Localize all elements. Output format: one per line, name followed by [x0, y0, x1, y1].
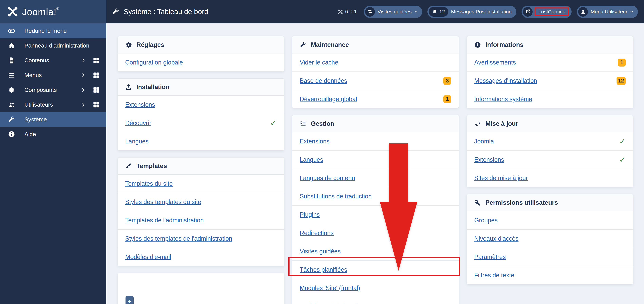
list-item: Modules 'Administration': [292, 297, 458, 304]
toggle-icon: [8, 27, 15, 35]
link-global-configuration[interactable]: Configuration globale: [125, 59, 183, 66]
link-discover[interactable]: Découvrir: [125, 120, 151, 127]
link-translation-overrides[interactable]: Substitutions de traduction: [300, 193, 372, 200]
card-title: Installation: [136, 84, 170, 91]
link-admin-templates[interactable]: Templates de l'administration: [125, 217, 204, 224]
link-database[interactable]: Base de données: [300, 77, 347, 84]
sidebar-item-label: Utilisateurs: [24, 101, 81, 108]
link-languages-install[interactable]: Langues: [125, 138, 148, 145]
user-icon: [578, 7, 588, 17]
link-text-filters[interactable]: Filtres de texte: [474, 272, 514, 279]
link-settings[interactable]: Paramètres: [474, 253, 506, 260]
link-languages-manage[interactable]: Langues: [300, 156, 323, 163]
link-update-sites[interactable]: Sites de mise à jour: [474, 174, 528, 182]
messages-count: 12: [439, 9, 445, 15]
link-joomla-update[interactable]: Joomla: [474, 138, 494, 145]
link-plugins[interactable]: Plugins: [300, 211, 320, 218]
list-item: Filtres de texte: [467, 266, 633, 284]
link-guided-tours[interactable]: Visites guidées: [300, 248, 341, 255]
guided-tours-button[interactable]: Visites guidées: [364, 6, 422, 18]
link-redirections[interactable]: Redirections: [300, 229, 334, 237]
link-warnings[interactable]: Avertissements: [474, 59, 516, 66]
count-badge: 3: [443, 77, 451, 85]
link-extensions-update[interactable]: Extensions: [474, 156, 504, 163]
link-clear-cache[interactable]: Vider le cache: [300, 59, 338, 66]
sidebar-item-home[interactable]: Panneau d'administration: [0, 38, 106, 53]
link-system-information[interactable]: Informations système: [474, 96, 532, 103]
sidebar-item-components[interactable]: Composants: [0, 83, 106, 97]
preview-site-button[interactable]: LostCantina: [522, 6, 572, 18]
card-maintenance: Maintenance Vider le cache Base de donné…: [292, 36, 459, 108]
user-menu-label: Menu Utilisateur: [590, 9, 628, 15]
puzzle-icon: [8, 86, 15, 94]
dashboard-grid-icon[interactable]: [93, 101, 100, 108]
sync-icon: [474, 120, 481, 127]
link-installation-messages[interactable]: Messages d'installation: [474, 77, 537, 84]
chevron-right-icon[interactable]: [81, 58, 86, 63]
sidebar-item-users[interactable]: Utilisateurs: [0, 97, 106, 112]
check-icon: ✓: [619, 156, 626, 164]
link-site-template-styles[interactable]: Styles des templates du site: [125, 198, 201, 206]
link-site-templates[interactable]: Templates du site: [125, 180, 173, 187]
sidebar-item-label: Panneau d'administration: [24, 42, 106, 49]
chevron-right-icon[interactable]: [81, 88, 86, 92]
brush-icon: [125, 163, 132, 169]
version-indicator: 6.0.1: [338, 9, 357, 15]
link-scheduled-tasks[interactable]: Tâches planifiées: [300, 266, 347, 273]
upload-icon: [125, 84, 132, 91]
card-header: Permissions utilisateurs: [467, 194, 633, 211]
dashboard-grid-icon[interactable]: [93, 57, 100, 64]
user-menu-button[interactable]: Menu Utilisateur: [577, 6, 638, 18]
sidebar-item-content[interactable]: Contenus: [0, 53, 106, 68]
link-content-languages[interactable]: Langues de contenu: [300, 174, 355, 182]
chevron-right-icon[interactable]: [81, 102, 86, 107]
link-email-templates[interactable]: Modèles d'e-mail: [125, 253, 171, 260]
link-admin-modules[interactable]: Modules 'Administration': [300, 303, 366, 304]
link-admin-template-styles[interactable]: Styles des templates de l'administration: [125, 235, 232, 242]
card-install: Installation Extensions Découvrir✓ Langu…: [118, 78, 284, 151]
count-badge: 1: [618, 59, 626, 67]
list-item: Styles des templates de l'administration: [118, 229, 284, 248]
messages-label: Messages Post-installation: [451, 9, 512, 15]
list-item: Joomla✓: [467, 132, 633, 150]
sidebar-item-menus[interactable]: Menus: [0, 68, 106, 83]
card-title: Gestion: [311, 120, 334, 127]
add-button[interactable]: +: [126, 296, 134, 304]
list-item: Langues de contenu: [292, 169, 458, 187]
link-site-modules[interactable]: Modules 'Site' (frontal): [300, 284, 360, 291]
sidebar-item-help[interactable]: Aide: [0, 127, 106, 142]
chevron-down-icon: [414, 10, 418, 14]
link-extensions-manage[interactable]: Extensions: [300, 138, 330, 145]
post-installation-messages-button[interactable]: 12 Messages Post-installation: [428, 6, 516, 18]
sidebar-item-system[interactable]: Système: [0, 112, 106, 127]
dashboard-column-1: Réglages Configuration globale Installat…: [118, 36, 284, 304]
check-icon: ✓: [270, 119, 277, 127]
dashboard-grid-icon[interactable]: [93, 87, 100, 93]
list-item: Messages d'installation12: [467, 72, 633, 90]
list-item: Informations système: [467, 90, 633, 108]
external-link-icon: [523, 7, 532, 17]
registered-mark: ®: [56, 7, 59, 10]
header-bar: Système : Tableau de bord 6.0.1 Visites …: [106, 0, 644, 24]
card-settings: Réglages Configuration globale: [118, 36, 284, 72]
card-manage: Gestion Extensions Langues Langues de co…: [292, 115, 459, 304]
link-global-checkin[interactable]: Déverrouillage global: [300, 96, 357, 103]
card-information: Informations Avertissements1 Messages d'…: [466, 36, 633, 108]
link-extensions-install[interactable]: Extensions: [125, 101, 155, 108]
list-item: Plugins: [292, 205, 458, 224]
wrench-icon: [8, 116, 15, 123]
list-item: Configuration globale: [118, 54, 284, 72]
card-title: Permissions utilisateurs: [486, 199, 558, 206]
sidebar-item-toggle-menu[interactable]: Réduire le menu: [0, 24, 106, 38]
list-item: Styles des templates du site: [118, 193, 284, 211]
chevron-right-icon[interactable]: [81, 73, 86, 78]
logo-text: Joomla!®: [22, 6, 59, 17]
card-title: Templates: [136, 162, 167, 170]
link-groups[interactable]: Groupes: [474, 217, 498, 224]
link-access-levels[interactable]: Niveaux d'accès: [474, 235, 518, 242]
wrench-icon: [300, 42, 306, 48]
gear-icon: [125, 42, 132, 48]
card-header: Réglages: [118, 36, 284, 54]
top-bar: Joomla!® Système : Tableau de bord 6.0.1: [0, 0, 644, 24]
dashboard-grid-icon[interactable]: [93, 72, 100, 79]
